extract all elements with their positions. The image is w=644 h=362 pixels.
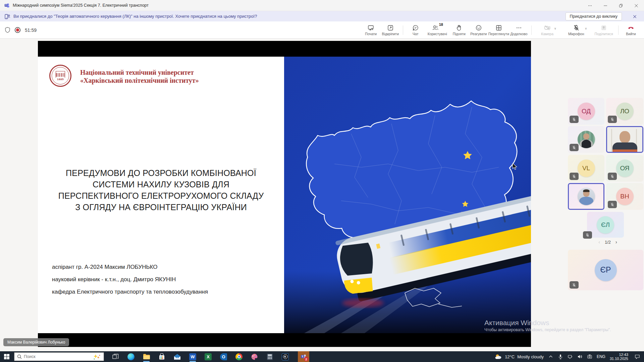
avatar: ЄР <box>595 259 617 281</box>
restore-button[interactable] <box>613 0 629 11</box>
view-button[interactable]: Переглянути <box>488 22 509 38</box>
toolbar-divider <box>618 25 619 35</box>
weather-widget[interactable]: 12°C Mostly cloudy <box>495 354 544 360</box>
ukraine-train-artwork <box>284 57 531 333</box>
participant-count: 18 <box>439 22 443 26</box>
meeting-timer: 51:59 <box>25 27 37 33</box>
slide-authors: аспірант гр. А-2024 Максим ЛОБУНЬКО наук… <box>52 264 208 301</box>
join-call-button[interactable]: Приєднатися до виклику <box>566 12 622 20</box>
recording-indicator-icon <box>14 27 21 33</box>
tray-chevron-up-icon[interactable] <box>548 354 553 359</box>
paint-icon[interactable] <box>250 352 259 361</box>
banner-message: Ви приєдналися до "Теорія автоматичного … <box>13 14 257 19</box>
leave-button[interactable]: Вийти <box>621 22 641 38</box>
excel-icon[interactable]: X <box>204 352 212 361</box>
notification-badge: 2 <box>304 357 309 361</box>
start-button[interactable] <box>0 351 13 362</box>
join-notification-banner: Ви приєдналися до "Теорія автоматичного … <box>0 11 644 21</box>
participant-tile[interactable]: ЄЛ <box>587 212 624 238</box>
popout-icon <box>387 24 394 31</box>
edge-icon[interactable] <box>127 352 135 361</box>
participant-tile[interactable] <box>568 126 604 153</box>
share-button[interactable]: Поділитися <box>592 22 615 38</box>
window-title: Міжнародний симпозіум Siema'2025 Секція … <box>13 3 149 8</box>
mic-off-icon <box>573 24 580 31</box>
tray-date: 31.10.2025 <box>610 357 628 361</box>
teams-taskbar-button[interactable]: 2 <box>298 351 309 362</box>
calculator-icon[interactable] <box>266 352 274 361</box>
tray-mic-icon[interactable] <box>558 354 563 359</box>
mic-off-badge <box>570 281 579 289</box>
participant-tile[interactable]: VL <box>568 155 604 182</box>
presenter-name-label: Максим Валерійович Лобунько <box>3 338 69 346</box>
participant-tile[interactable]: ВН <box>606 183 643 210</box>
taskbar-search[interactable] <box>14 352 104 361</box>
participant-tile[interactable]: ЛО <box>606 98 643 125</box>
word-icon[interactable]: W <box>189 352 197 361</box>
action-center-icon[interactable] <box>635 354 640 359</box>
mic-button[interactable]: Мікрофон ∨ <box>563 22 592 38</box>
avatar-photo <box>578 188 595 205</box>
language-indicator[interactable]: ENG <box>597 354 605 359</box>
mail-icon[interactable] <box>173 352 181 361</box>
search-input[interactable] <box>24 354 81 359</box>
outlook-icon[interactable]: O <box>219 352 228 361</box>
mic-off-badge <box>570 173 579 180</box>
meeting-toolbar: 51:59 Почати Відкріпити <box>0 21 644 39</box>
avatar: ОЯ <box>616 160 634 177</box>
react-button[interactable]: Реагувати <box>469 22 488 38</box>
minimize-button[interactable] <box>598 0 613 11</box>
participant-tile[interactable]: ЄР <box>568 250 643 290</box>
join-device-icon <box>4 13 11 20</box>
close-button[interactable] <box>629 0 644 11</box>
mic-off-badge <box>583 231 592 239</box>
camera-off-icon <box>544 24 551 31</box>
toolbar-divider <box>531 25 532 35</box>
university-logo: 1885 <box>49 65 71 87</box>
camera-button[interactable]: Камера ∨ <box>534 22 563 38</box>
banner-close-icon[interactable] <box>631 13 638 20</box>
start-presenting-button[interactable]: Почати <box>361 22 381 38</box>
chrome-icon[interactable] <box>235 352 243 361</box>
prev-page-icon[interactable]: ‹ <box>598 239 600 245</box>
page-indicator: 1/2 <box>605 240 611 245</box>
gallery-view-icon <box>495 24 502 31</box>
screen-share-icon <box>368 24 374 31</box>
mic-chevron-icon[interactable]: ∨ <box>585 27 587 30</box>
share-icon <box>600 24 607 31</box>
participant-tile[interactable]: ОЯ <box>606 155 643 182</box>
chat-button[interactable]: Чат <box>406 22 425 38</box>
next-page-icon[interactable]: › <box>615 239 617 245</box>
taskbar-clock[interactable]: 12:43 31.10.2025 <box>610 353 628 361</box>
university-name: Національний технічний університет «Харк… <box>80 68 199 84</box>
participants-button[interactable]: 18 Користувачі <box>425 22 449 38</box>
avatar: ОД <box>578 103 595 120</box>
slide-artwork-panel <box>284 57 531 333</box>
camera-chevron-icon[interactable]: ∨ <box>554 27 556 30</box>
tray-volume-icon[interactable] <box>577 354 583 359</box>
more-actions-button[interactable]: Додатково <box>509 22 529 38</box>
task-view-button[interactable] <box>111 352 120 361</box>
k-app-icon[interactable]: K <box>281 352 289 361</box>
avatar-photo <box>578 131 595 148</box>
participant-tile[interactable]: ОД <box>568 98 604 125</box>
university-name-line1: Національний технічний університет <box>80 68 199 76</box>
unpin-button[interactable]: Відкріпити <box>381 22 400 38</box>
tray-network-icon[interactable] <box>568 354 573 359</box>
file-explorer-icon[interactable] <box>142 352 151 361</box>
mic-off-badge <box>608 173 617 180</box>
toolbar-divider <box>403 25 403 35</box>
window-more-button[interactable] <box>582 0 598 11</box>
participant-video-tile[interactable] <box>606 126 643 153</box>
tray-camera-icon[interactable] <box>587 354 592 359</box>
weather-icon <box>495 354 502 360</box>
microsoft-store-icon[interactable] <box>158 352 166 361</box>
search-icon <box>17 354 22 359</box>
copilot-sparkle-icon <box>92 354 101 360</box>
mic-off-badge <box>608 201 617 208</box>
hangup-icon <box>628 24 634 31</box>
raise-hand-button[interactable]: Підняти <box>449 22 469 38</box>
participant-video-tile[interactable] <box>568 183 604 210</box>
mic-off-badge <box>608 116 617 123</box>
windows-logo-icon <box>4 354 9 359</box>
